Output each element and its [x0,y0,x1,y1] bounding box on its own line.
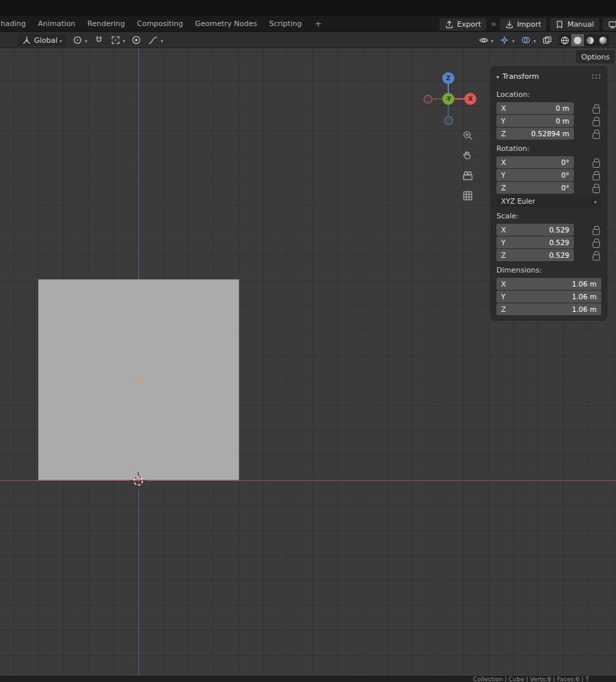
rotation-x-field[interactable]: X 0° [496,156,574,168]
unlock-icon[interactable] [591,104,600,113]
viewport-header-left: Global [17,32,163,48]
scale-x-row: X 0.529 [496,224,601,236]
axis-negative-z-ball[interactable] [444,116,453,125]
location-y-row: Y 0 m [496,115,601,127]
navigation-gizmo[interactable]: Z X -Y [419,69,479,130]
3d-cursor [128,471,148,491]
tab-scripting[interactable]: Scripting [263,16,308,31]
field-value: 1.06 m [572,305,597,313]
proportional-editing-icon [131,35,142,45]
dimensions-x-field[interactable]: X 1.06 m [496,278,601,290]
export-button[interactable]: Export [440,18,486,31]
pivot-point-icon [72,35,83,45]
unlock-icon[interactable] [591,171,600,180]
location-label: Location: [496,90,601,100]
shading-wireframe-button[interactable] [559,34,571,46]
eye-icon [478,35,489,45]
shading-solid-button[interactable] [571,34,584,46]
unlock-icon[interactable] [591,158,600,167]
camera-view-button[interactable] [462,170,474,182]
unlock-icon[interactable] [591,130,600,138]
proportional-falloff-dropdown[interactable] [148,34,163,46]
import-button[interactable]: Import [500,18,547,31]
field-value: 0.529 [549,251,569,259]
scene-stats: Collection | Cube | Verts:8 | Faces:6 | … [473,676,589,682]
axis-negative-x-ball[interactable] [424,95,432,104]
options-dropdown[interactable]: Options [576,50,615,63]
location-x-field[interactable]: X 0 m [496,102,574,114]
unlock-icon[interactable] [591,238,600,247]
snap-target-icon [110,35,121,45]
tab-rendering[interactable]: Rendering [82,16,131,31]
import-label: Import [517,20,542,29]
scale-y-field[interactable]: Y 0.529 [496,236,574,248]
gizmo-negz-stem [448,105,448,116]
dimensions-label: Dimensions: [496,265,601,275]
viewport-header-right [478,32,609,48]
location-z-field[interactable]: Z 0.52894 m [496,128,574,140]
proportional-editing-toggle[interactable] [131,34,142,46]
axis-label: Z [501,184,506,192]
unlock-icon[interactable] [591,226,600,234]
chevron-down-icon [85,36,88,45]
tab-shading[interactable]: hading [0,16,32,31]
grid-icon [462,190,474,202]
shading-material-button[interactable] [584,34,597,46]
scale-x-field[interactable]: X 0.529 [496,224,574,236]
scale-z-field[interactable]: Z 0.529 [496,249,574,261]
pan-button[interactable] [462,150,474,162]
shading-rendered-button[interactable] [597,34,609,46]
unlock-icon[interactable] [591,184,600,192]
axis-y-ball[interactable]: -Y [442,93,454,105]
field-value: 1.06 m [572,280,597,288]
orientation-axes-icon [21,35,32,45]
export-icon [445,20,454,29]
field-value: 0 m [556,104,569,112]
unlock-icon[interactable] [591,117,600,126]
axis-label: X [501,226,506,234]
gizmo-negx-stem [432,98,442,99]
snap-toggle-button[interactable] [94,34,104,46]
collapse-chevron-icon[interactable] [496,72,499,81]
rotation-z-field[interactable]: Z 0° [496,182,574,194]
object-origin-dot[interactable] [136,377,140,381]
collapse-chevrons-icon[interactable]: ›› [491,19,495,29]
dimensions-y-field[interactable]: Y 1.06 m [496,291,601,303]
tab-compositing[interactable]: Compositing [131,16,189,31]
panel-grip-handle[interactable] [591,73,601,79]
field-value: 0° [561,184,569,192]
snap-target-dropdown[interactable] [110,34,126,46]
panel-header[interactable]: Transform [491,67,607,86]
object-visibility-dropdown[interactable] [478,34,494,46]
rotation-y-field[interactable]: Y 0° [496,169,574,181]
viewport-shading-group [559,34,609,46]
axis-z-ball[interactable]: Z [442,72,454,84]
display-mode-dropdown[interactable] [603,18,616,31]
field-value: 0.52894 m [531,130,569,138]
rotation-mode-dropdown[interactable]: XYZ Euler [496,195,601,207]
tab-geometry-nodes[interactable]: Geometry Nodes [189,16,263,31]
axis-label: Z [501,251,506,259]
add-workspace-button[interactable]: + [309,16,327,31]
location-y-field[interactable]: Y 0 m [496,115,574,127]
options-label: Options [581,53,609,61]
manual-button[interactable]: Manual [550,18,599,31]
axis-label: X [501,104,506,112]
pivot-point-dropdown[interactable] [72,34,88,46]
axis-label: Y [501,171,505,179]
orthographic-toggle-button[interactable] [462,190,474,202]
zoom-button[interactable] [462,130,474,142]
overlays-icon [520,35,531,45]
xray-toggle-button[interactable] [542,34,553,46]
show-overlays-dropdown[interactable] [520,34,536,46]
show-gizmos-dropdown[interactable] [499,34,514,46]
dimensions-z-field[interactable]: Z 1.06 m [496,303,601,315]
camera-icon [462,170,474,182]
tab-animation[interactable]: Animation [32,16,82,31]
chevron-down-icon [160,36,163,45]
unlock-icon[interactable] [591,251,600,260]
axis-label: X [501,158,506,166]
transform-orientation-dropdown[interactable]: Global [17,34,66,46]
rotation-x-row: X 0° [496,156,601,168]
axis-x-ball[interactable]: X [464,93,476,105]
